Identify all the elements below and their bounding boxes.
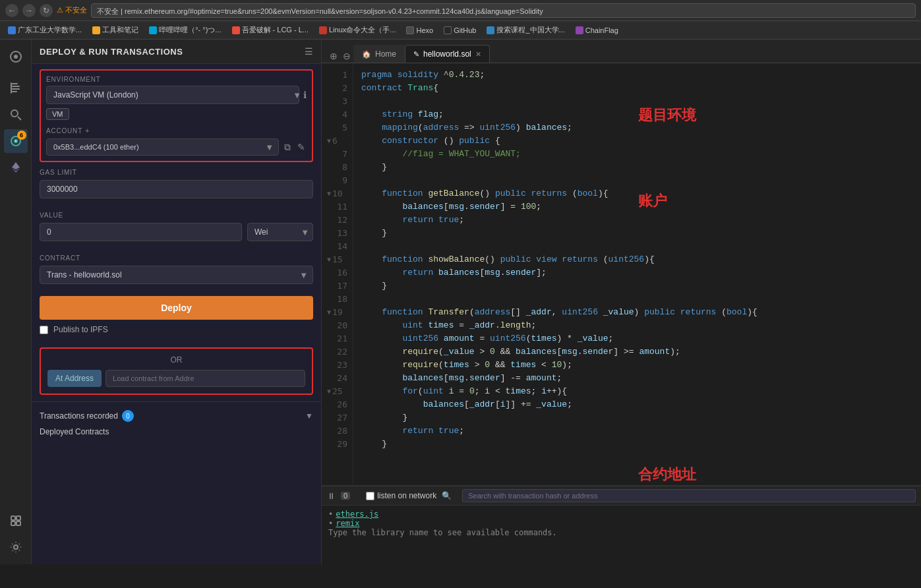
- zoom-in-toolbar[interactable]: ⊕: [327, 49, 340, 63]
- helloworld-tab-close[interactable]: ✕: [475, 50, 481, 59]
- publish-ipfs-checkbox[interactable]: [40, 326, 48, 334]
- at-address-input[interactable]: [105, 370, 305, 387]
- line-numbers: 1 2 3 4 5 ▼6 7 8 9 ▼10 11 12 13 14 ▼15 1…: [322, 63, 353, 485]
- account-label: ACCOUNT +: [46, 127, 307, 134]
- copy-address-button[interactable]: ⧉: [283, 140, 292, 154]
- search-icon: 🔍: [442, 491, 452, 500]
- listen-network-label: listen on network: [377, 491, 436, 500]
- sidebar-icon-files[interactable]: [4, 76, 28, 100]
- deployed-contracts[interactable]: Deployed Contracts: [40, 425, 313, 439]
- env-account-section: ENVIRONMENT JavaScript VM (London) JavaS…: [40, 69, 313, 162]
- or-label: OR: [47, 355, 305, 365]
- bookmark-8[interactable]: 搜索课程_中国大学...: [483, 24, 568, 36]
- remix-link[interactable]: remix: [336, 519, 359, 528]
- bookmark-1[interactable]: 广东工业大学数学...: [4, 24, 86, 36]
- security-warning: ⚠ 不安全: [57, 5, 87, 15]
- editor-area: ⊕ ⊖ 🏠 Home ✎ helloworld.sol ✕ 1 2 3: [322, 40, 921, 564]
- account-plus-icon[interactable]: +: [85, 127, 90, 134]
- transactions-label: Transactions recorded 0: [40, 410, 134, 422]
- svg-point-1: [14, 55, 18, 59]
- back-button[interactable]: ←: [5, 4, 18, 17]
- url-bar[interactable]: 不安全 | remix.ethereum.org/#optimize=true&…: [91, 3, 916, 18]
- panel-menu-icon[interactable]: ☰: [305, 46, 313, 57]
- transactions-row[interactable]: Transactions recorded 0 ▼: [40, 407, 313, 425]
- sidebar-icon-deploy[interactable]: 6: [4, 129, 28, 153]
- vm-badge: VM: [46, 104, 307, 120]
- svg-point-7: [11, 110, 18, 117]
- refresh-button[interactable]: ↻: [40, 4, 53, 17]
- deploy-button[interactable]: Deploy: [40, 296, 313, 320]
- terminal-hint: Type the library name to see available c…: [328, 528, 914, 537]
- panel-header: DEPLOY & RUN TRANSACTIONS ☰: [32, 40, 321, 64]
- bookmark-4[interactable]: 吾爱破解 - LCG - L...: [228, 24, 312, 36]
- home-tab-label: Home: [375, 49, 396, 59]
- zoom-out-toolbar[interactable]: ⊖: [340, 49, 353, 63]
- contract-select[interactable]: Trans - helloworld.sol: [40, 266, 313, 284]
- sidebar-icon-ethereum[interactable]: [4, 156, 28, 179]
- ethers-link[interactable]: ethers.js: [336, 510, 378, 519]
- terminal-line-2: •remix: [328, 519, 914, 528]
- bookmark-9[interactable]: ChainFlag: [572, 25, 622, 36]
- bookmark-5[interactable]: Linux命令大全（手...: [315, 24, 400, 36]
- code-lines[interactable]: pragma solidity ^0.4.23; contract Trans{…: [353, 63, 921, 485]
- terminal-header: ⏸ 0 listen on network 🔍: [322, 486, 921, 506]
- tab-home[interactable]: 🏠 Home: [353, 45, 405, 63]
- svg-rect-16: [11, 521, 15, 525]
- account-field: ACCOUNT + 0x5B3...eddC4 (100 ether) ▼ ⧉ …: [46, 127, 307, 156]
- value-row: Wei Gwei Finney Ether ▼: [40, 223, 313, 241]
- sidebar-icon-settings[interactable]: [4, 535, 28, 559]
- transactions-count-badge: 0: [122, 410, 134, 422]
- tab-bar: ⊕ ⊖ 🏠 Home ✎ helloworld.sol ✕: [322, 40, 921, 63]
- environment-label: ENVIRONMENT: [46, 76, 307, 83]
- gas-limit-label: GAS LIMIT: [40, 169, 313, 176]
- tab-helloworld[interactable]: ✎ helloworld.sol ✕: [405, 45, 490, 63]
- value-input[interactable]: [40, 223, 242, 241]
- helloworld-tab-icon: ✎: [413, 50, 419, 59]
- svg-rect-14: [11, 516, 15, 520]
- account-select[interactable]: 0x5B3...eddC4 (100 ether): [46, 138, 279, 156]
- transactions-expand-icon[interactable]: ▼: [305, 411, 313, 421]
- bookmark-2[interactable]: 工具和笔记: [88, 24, 142, 36]
- unit-select[interactable]: Wei Gwei Finney Ether: [247, 223, 313, 241]
- deploy-panel: DEPLOY & RUN TRANSACTIONS ☰ ENVIRONMENT …: [32, 40, 322, 564]
- sidebar-icon-plugin[interactable]: [4, 509, 28, 533]
- or-at-address-section: OR At Address: [40, 347, 313, 395]
- sidebar-icon-search[interactable]: [4, 103, 28, 127]
- gas-limit-section: GAS LIMIT: [32, 162, 321, 205]
- helloworld-tab-label: helloworld.sol: [423, 49, 471, 59]
- value-section: VALUE Wei Gwei Finney Ether ▼: [32, 205, 321, 248]
- value-label: VALUE: [40, 212, 313, 219]
- terminal-content: •ethers.js •remix Type the library name …: [322, 506, 921, 564]
- environment-field: ENVIRONMENT JavaScript VM (London) JavaS…: [46, 76, 307, 120]
- listen-network-row: listen on network: [366, 491, 436, 500]
- deploy-section: Deploy Publish to IPFS: [32, 291, 321, 341]
- gas-limit-input[interactable]: [40, 180, 313, 198]
- account-row: 0x5B3...eddC4 (100 ether) ▼ ⧉ ✎: [46, 138, 307, 156]
- svg-rect-3: [12, 86, 20, 87]
- main-layout: 6 DEPLOY & RUN TRANSACTIONS: [0, 40, 921, 564]
- terminal-line-1: •ethers.js: [328, 510, 914, 519]
- listen-network-checkbox[interactable]: [366, 492, 374, 500]
- at-address-button[interactable]: At Address: [47, 370, 102, 387]
- unit-select-wrapper: Wei Gwei Finney Ether ▼: [247, 223, 313, 241]
- at-address-row: At Address: [47, 370, 305, 387]
- account-select-wrapper: 0x5B3...eddC4 (100 ether) ▼: [46, 138, 279, 156]
- publish-ipfs-label[interactable]: Publish to IPFS: [53, 325, 108, 334]
- editor-container: 题目环境 账户 合约地址 ⊕ ⊖ 🏠 Home ✎ helloworld.sol…: [322, 40, 921, 564]
- sidebar-icon-home[interactable]: [4, 45, 28, 69]
- code-content: 1 2 3 4 5 ▼6 7 8 9 ▼10 11 12 13 14 ▼15 1…: [322, 63, 921, 485]
- svg-rect-2: [12, 83, 18, 84]
- environment-select-wrapper: JavaScript VM (London) JavaScript VM (Be…: [46, 86, 307, 104]
- search-input[interactable]: [462, 489, 916, 502]
- terminal-bar: ⏸ 0 listen on network 🔍 •ethers.js •remi…: [322, 485, 921, 564]
- svg-point-11: [15, 140, 16, 142]
- environment-info-button[interactable]: ℹ: [303, 90, 307, 100]
- bookmark-3[interactable]: 哔哩哔哩（°- °)つ...: [145, 24, 225, 36]
- edit-address-button[interactable]: ✎: [296, 140, 307, 154]
- bookmark-7[interactable]: GitHub: [440, 25, 480, 36]
- forward-button[interactable]: →: [22, 4, 36, 17]
- bookmark-6[interactable]: Hexo: [402, 25, 437, 36]
- environment-select[interactable]: JavaScript VM (London) JavaScript VM (Be…: [46, 86, 299, 104]
- svg-rect-15: [16, 516, 20, 520]
- svg-rect-4: [12, 88, 20, 90]
